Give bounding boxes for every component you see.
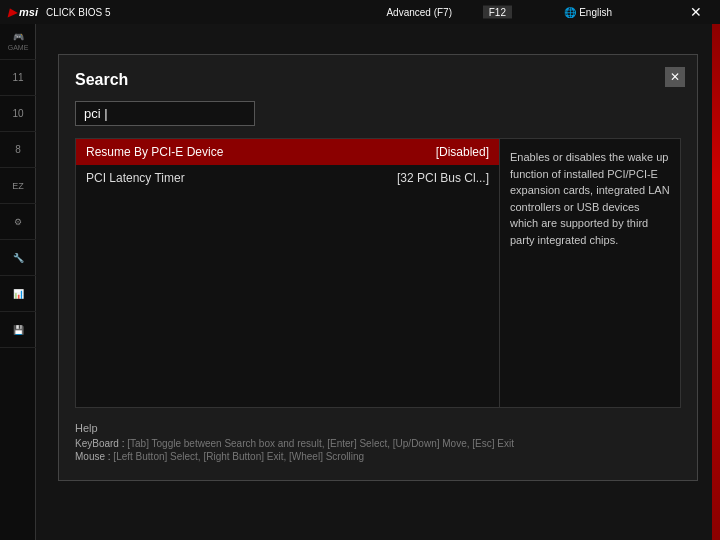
help-section: Help KeyBoard : [Tab] Toggle between Sea… — [75, 422, 681, 462]
result-value-resume: [Disabled] — [436, 145, 489, 159]
sidebar-icon-5: ⚙ — [14, 217, 22, 227]
right-accent — [712, 24, 720, 540]
search-input[interactable] — [75, 101, 255, 126]
search-dialog: Search ✕ Resume By PCI-E Device [Disable… — [58, 54, 698, 481]
flag-icon: 🌐 — [564, 7, 576, 18]
keyboard-text: [Tab] Toggle between Search box and resu… — [127, 438, 514, 449]
sidebar-item-8[interactable]: 💾 — [0, 312, 36, 348]
top-bar-left: ▶ msi CLICK BIOS 5 — [8, 6, 111, 19]
sidebar-item-3[interactable]: 8 — [0, 132, 36, 168]
product-name: CLICK BIOS 5 — [46, 7, 110, 18]
result-name-latency: PCI Latency Timer — [86, 171, 185, 185]
msi-logo: ▶ msi — [8, 6, 38, 19]
window-close-button[interactable]: ✕ — [690, 4, 702, 20]
top-bar-center: Advanced (F7) F12 🌐 English ✕ — [111, 0, 713, 24]
f12-label: F12 — [483, 6, 512, 19]
language-selector[interactable]: 🌐 English — [564, 7, 612, 18]
result-name-resume: Resume By PCI-E Device — [86, 145, 223, 159]
sidebar-icon-3: 8 — [15, 144, 21, 155]
sidebar-icon-8: 💾 — [13, 325, 24, 335]
sidebar-item-ez[interactable]: EZ — [0, 168, 36, 204]
help-title: Help — [75, 422, 681, 434]
sidebar-icon-7: 📊 — [13, 289, 24, 299]
ez-icon: EZ — [12, 181, 24, 191]
sidebar: 🎮 GAME 11 10 8 EZ ⚙ 🔧 📊 💾 — [0, 24, 36, 540]
sidebar-icon-2: 10 — [12, 108, 23, 119]
main-content: Search ✕ Resume By PCI-E Device [Disable… — [36, 24, 720, 540]
sidebar-icon-1: 11 — [12, 72, 23, 83]
help-mouse-row: Mouse : [Left Button] Select, [Right But… — [75, 451, 681, 462]
keyboard-label: KeyBoard : — [75, 438, 124, 449]
sidebar-icon-6: 🔧 — [13, 253, 24, 263]
results-list: Resume By PCI-E Device [Disabled] PCI La… — [76, 139, 500, 407]
sidebar-item-game[interactable]: 🎮 GAME — [0, 24, 36, 60]
description-pane: Enables or disables the wake up function… — [500, 139, 680, 407]
search-input-wrapper — [75, 101, 681, 126]
result-value-latency: [32 PCI Bus Cl...] — [397, 171, 489, 185]
help-keyboard-row: KeyBoard : [Tab] Toggle between Search b… — [75, 438, 681, 449]
description-text: Enables or disables the wake up function… — [510, 151, 670, 246]
sidebar-item-1[interactable]: 11 — [0, 60, 36, 96]
sidebar-item-2[interactable]: 10 — [0, 96, 36, 132]
mouse-text: [Left Button] Select, [Right Button] Exi… — [113, 451, 364, 462]
result-item-latency[interactable]: PCI Latency Timer [32 PCI Bus Cl...] — [76, 165, 499, 191]
result-item-resume[interactable]: Resume By PCI-E Device [Disabled] — [76, 139, 499, 165]
mouse-label: Mouse : — [75, 451, 111, 462]
sidebar-item-6[interactable]: 🔧 — [0, 240, 36, 276]
top-bar: ▶ msi CLICK BIOS 5 Advanced (F7) F12 🌐 E… — [0, 0, 720, 24]
search-close-button[interactable]: ✕ — [665, 67, 685, 87]
search-title: Search — [75, 71, 681, 89]
sidebar-item-label: GAME — [8, 44, 29, 51]
sidebar-item-5[interactable]: ⚙ — [0, 204, 36, 240]
game-icon: 🎮 — [13, 32, 24, 42]
sidebar-item-7[interactable]: 📊 — [0, 276, 36, 312]
results-area: Resume By PCI-E Device [Disabled] PCI La… — [75, 138, 681, 408]
advanced-label: Advanced (F7) — [386, 7, 452, 18]
